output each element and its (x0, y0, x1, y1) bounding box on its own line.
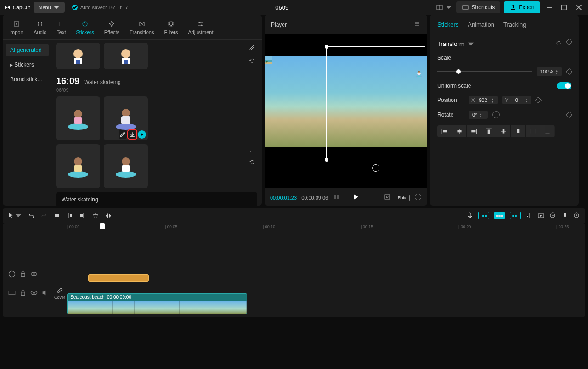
refresh-set-button[interactable] (247, 157, 257, 167)
props-tab-animation[interactable]: Animation (468, 21, 494, 28)
keyframe-button[interactable] (566, 112, 572, 118)
layout-button[interactable] (436, 4, 452, 11)
keyframe-button[interactable] (535, 97, 542, 103)
sticker-thumb[interactable] (56, 144, 100, 188)
tab-effects[interactable]: Effects (102, 17, 121, 39)
align-vcenter-button[interactable] (496, 125, 511, 137)
prompt-input[interactable] (56, 192, 257, 206)
sticker-thumb[interactable] (56, 96, 100, 140)
export-button[interactable]: Export (504, 1, 540, 13)
svg-point-32 (122, 157, 130, 166)
reset-button[interactable] (555, 39, 562, 48)
sticker-thumb[interactable] (104, 144, 148, 188)
delete-button[interactable] (92, 212, 99, 219)
timeline-ruler[interactable]: | 00:00| 00:05| 00:10| 00:15| 00:20| 00:… (3, 223, 585, 232)
split-right-button[interactable] (79, 212, 86, 219)
minimize-button[interactable] (544, 2, 555, 13)
thumb-add-button[interactable]: + (138, 130, 146, 139)
align-bottom-button[interactable] (511, 125, 526, 137)
scale-value[interactable]: 100%▲▼ (537, 67, 562, 76)
distribute-v-button[interactable] (540, 125, 555, 137)
media-panel: ImportAudioTTextStickersEffectsTransitio… (3, 15, 262, 206)
svg-rect-27 (121, 116, 130, 124)
align-left-button[interactable] (437, 125, 452, 137)
thumb-download-button[interactable] (128, 130, 136, 139)
cover-button[interactable]: Cover (52, 287, 67, 300)
align-top-button[interactable] (481, 125, 496, 137)
tab-audio[interactable]: Audio (32, 17, 48, 39)
rotate-dial[interactable]: - (492, 111, 500, 118)
sidebar-item-0[interactable]: AI generated (6, 44, 49, 56)
auto-cut-button[interactable] (526, 212, 533, 219)
svg-point-16 (74, 49, 83, 58)
scale-slider[interactable] (437, 71, 532, 72)
compare-button[interactable] (333, 193, 340, 202)
resize-handle[interactable] (325, 158, 328, 162)
svg-rect-52 (385, 195, 390, 199)
zoom-in-button[interactable] (573, 212, 581, 219)
thumb-edit-button[interactable] (119, 130, 127, 139)
selection-tool[interactable] (7, 212, 22, 219)
tab-stickers[interactable]: Stickers (74, 17, 96, 39)
sticker-thumb[interactable] (56, 43, 100, 69)
position-x-input[interactable]: X902▲▼ (469, 96, 498, 104)
zoom-out-button[interactable] (549, 212, 557, 219)
player-canvas[interactable] (265, 34, 427, 188)
play-button[interactable] (352, 193, 359, 202)
rotate-handle[interactable] (372, 164, 379, 172)
tab-adjustment[interactable]: Adjustment (186, 17, 215, 39)
position-y-input[interactable]: Y0▲▼ (502, 96, 531, 104)
lock-icon[interactable] (19, 289, 27, 298)
resize-handle[interactable] (325, 45, 328, 49)
edit-set-button[interactable] (247, 144, 257, 154)
mirror-button[interactable] (105, 212, 112, 219)
video-clip[interactable]: Sea coast beach 00:00:09:06 (67, 293, 247, 314)
tab-import[interactable]: Import (7, 17, 25, 39)
tab-text[interactable]: TText (55, 17, 68, 39)
rotate-value[interactable]: 0°▲▼ (469, 111, 488, 119)
snap-center-button[interactable]: ■■■ (494, 212, 505, 219)
sidebar-item-2[interactable]: Brand stick... (6, 73, 49, 86)
distribute-h-button[interactable] (526, 125, 540, 137)
mic-button[interactable] (466, 212, 474, 219)
maximize-button[interactable] (559, 2, 570, 13)
keyframe-button[interactable] (566, 39, 572, 45)
visibility-icon[interactable] (30, 289, 38, 298)
tab-filters[interactable]: Filters (162, 17, 180, 39)
split-button[interactable] (53, 212, 61, 219)
menu-button[interactable]: Menu (34, 2, 65, 13)
split-left-button[interactable] (66, 212, 74, 219)
align-hcenter-button[interactable] (452, 125, 467, 137)
sticker-thumb[interactable]: + (104, 96, 148, 140)
ratio-button[interactable]: Ratio (396, 195, 410, 201)
props-tab-tracking[interactable]: Tracking (503, 21, 526, 28)
sidebar-item-1[interactable]: ▸ Stickers (6, 58, 49, 71)
align-right-button[interactable] (467, 125, 481, 137)
snap-left-button[interactable]: ◄■ (478, 212, 489, 219)
quality-button[interactable] (384, 193, 391, 202)
sticker-track (3, 270, 585, 279)
keyframe-button[interactable] (566, 68, 572, 75)
lock-icon[interactable] (19, 270, 27, 279)
undo-button[interactable] (28, 212, 35, 219)
snap-right-button[interactable]: ■► (510, 212, 521, 219)
edit-set-button[interactable] (247, 43, 257, 53)
svg-rect-72 (57, 214, 59, 217)
fullscreen-button[interactable] (414, 193, 422, 202)
sticker-clip[interactable] (88, 274, 149, 282)
player-menu-button[interactable] (413, 20, 421, 29)
shortcuts-button[interactable]: Shortcuts (456, 1, 501, 13)
mute-icon[interactable] (41, 289, 49, 298)
visibility-icon[interactable] (30, 270, 38, 279)
tab-transitions[interactable]: Transitions (128, 17, 156, 39)
sticker-thumb[interactable] (104, 43, 148, 69)
preview-button[interactable] (537, 212, 545, 219)
close-button[interactable] (573, 2, 584, 13)
playhead[interactable] (102, 223, 102, 361)
marker-button[interactable] (561, 212, 569, 219)
redo-button[interactable] (40, 212, 48, 219)
selection-box[interactable] (326, 46, 425, 160)
uniform-scale-toggle[interactable] (557, 82, 571, 89)
props-tab-stickers[interactable]: Stickers (437, 21, 458, 28)
refresh-set-button[interactable] (247, 56, 257, 66)
